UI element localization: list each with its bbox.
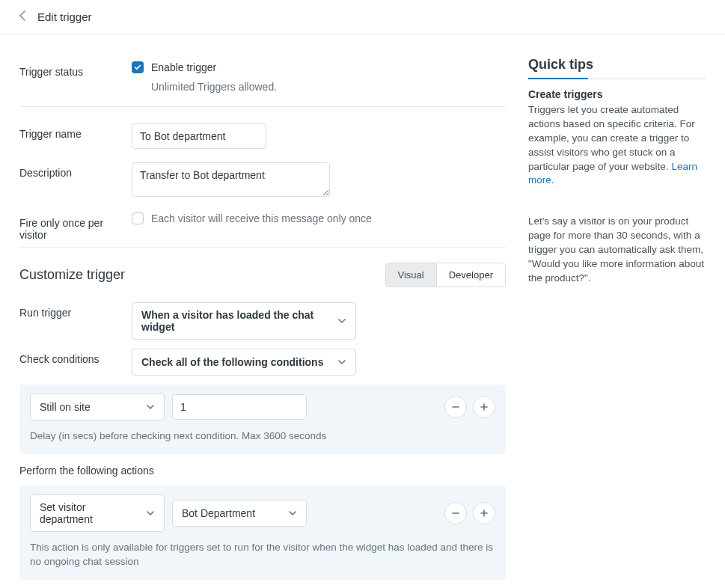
quick-tips-body-1: Triggers let you create automated action…	[528, 104, 695, 172]
run-trigger-select[interactable]: When a visitor has loaded the chat widge…	[132, 302, 356, 340]
run-trigger-row: Run trigger When a visitor has loaded th…	[19, 302, 506, 340]
chevron-down-icon	[337, 358, 346, 367]
condition-value-input[interactable]	[172, 394, 307, 420]
tab-developer[interactable]: Developer	[436, 263, 505, 287]
trigger-status-hint: Unlimited Triggers allowed.	[151, 81, 506, 93]
action-value-select[interactable]: Bot Department	[172, 500, 307, 527]
check-conditions-row: Check conditions Check all of the follow…	[19, 349, 506, 376]
quick-tips-body-2: Let's say a visitor is on your product p…	[528, 215, 706, 285]
action-value-text: Bot Department	[182, 507, 255, 519]
description-label: Description	[19, 162, 132, 179]
action-block: Set visitor department Bot Department Th	[19, 486, 506, 580]
action-type-value: Set visitor department	[40, 501, 138, 525]
trigger-status-row: Trigger status Enable trigger Unlimited …	[19, 61, 506, 93]
plus-icon	[480, 402, 489, 411]
plus-icon	[480, 509, 489, 518]
chevron-down-icon	[146, 509, 155, 518]
checkmark-icon	[134, 64, 141, 71]
condition-hint: Delay (in secs) before checking next con…	[30, 429, 495, 444]
remove-action-button[interactable]	[444, 502, 467, 524]
chevron-down-icon	[146, 402, 155, 411]
action-type-select[interactable]: Set visitor department	[30, 494, 165, 532]
condition-type-select[interactable]: Still on site	[30, 393, 165, 420]
minus-icon	[451, 509, 460, 518]
trigger-status-label: Trigger status	[19, 61, 132, 78]
tab-visual[interactable]: Visual	[386, 263, 436, 287]
add-condition-button[interactable]	[473, 396, 495, 418]
run-trigger-label: Run trigger	[19, 302, 132, 319]
main-panel: Trigger status Enable trigger Unlimited …	[19, 34, 506, 588]
description-input[interactable]	[132, 162, 330, 197]
check-conditions-label: Check conditions	[19, 349, 132, 365]
enable-trigger-checkbox[interactable]	[132, 61, 144, 73]
remove-condition-button[interactable]	[444, 396, 467, 418]
run-trigger-value: When a visitor has loaded the chat widge…	[141, 309, 330, 333]
add-action-button[interactable]	[473, 502, 495, 524]
description-row: Description	[19, 162, 506, 199]
page-header: Edit trigger	[0, 0, 725, 34]
perform-actions-label: Perform the following actions	[19, 465, 506, 477]
quick-tips-subheading: Create triggers	[528, 88, 706, 100]
chevron-down-icon	[337, 316, 346, 325]
quick-tips-panel: Quick tips Create triggers Triggers let …	[528, 34, 706, 588]
action-hint: This action is only available for trigge…	[30, 541, 495, 569]
enable-trigger-label: Enable trigger	[151, 61, 216, 73]
divider	[19, 247, 506, 248]
customize-header: Customize trigger Visual Developer	[19, 263, 506, 287]
condition-type-value: Still on site	[40, 401, 91, 413]
trigger-name-row: Trigger name	[19, 123, 506, 149]
customize-title: Customize trigger	[19, 267, 125, 283]
mode-toggle: Visual Developer	[385, 263, 506, 287]
fire-once-label: Fire only once per visitor	[19, 212, 132, 241]
page-title: Edit trigger	[37, 10, 92, 23]
divider	[19, 106, 506, 107]
trigger-name-label: Trigger name	[19, 123, 132, 140]
fire-once-hint: Each visitor will receive this message o…	[151, 212, 372, 224]
check-conditions-value: Check all of the following conditions	[141, 356, 323, 368]
chevron-down-icon	[288, 509, 297, 518]
back-chevron-icon[interactable]	[18, 10, 27, 23]
trigger-name-input[interactable]	[132, 123, 266, 149]
quick-tips-heading: Quick tips	[528, 57, 706, 79]
fire-once-row: Fire only once per visitor Each visitor …	[19, 212, 506, 241]
fire-once-checkbox[interactable]	[132, 212, 144, 224]
condition-block: Still on site Delay (in secs) before che…	[19, 385, 506, 454]
check-conditions-select[interactable]: Check all of the following conditions	[132, 349, 356, 376]
minus-icon	[451, 402, 460, 411]
